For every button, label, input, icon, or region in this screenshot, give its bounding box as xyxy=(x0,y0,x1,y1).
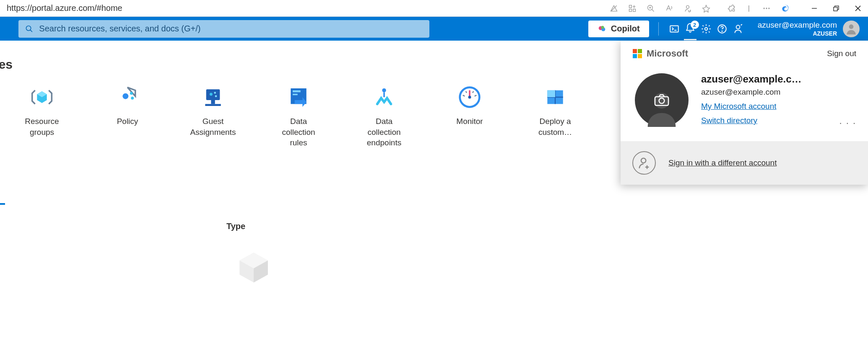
flyout-avatar[interactable] xyxy=(635,73,689,127)
sign-out-link[interactable]: Sign out xyxy=(827,49,856,58)
browser-chrome: https://portal.azure.com/#home | xyxy=(0,0,868,17)
window-controls xyxy=(811,5,861,12)
svg-line-5 xyxy=(652,9,654,11)
edge-copilot-icon[interactable] xyxy=(781,4,789,13)
service-monitor[interactable]: Monitor xyxy=(444,84,495,148)
svg-rect-3 xyxy=(633,9,636,11)
svg-rect-55 xyxy=(633,49,637,53)
svg-point-13 xyxy=(768,8,769,9)
svg-rect-51 xyxy=(547,90,555,97)
svg-point-33 xyxy=(130,92,133,95)
notifications-icon[interactable]: 2 xyxy=(684,17,696,40)
service-label: Data collection endpoints xyxy=(359,116,409,148)
search-input[interactable] xyxy=(39,24,423,34)
svg-rect-43 xyxy=(293,94,298,95)
data-collection-endpoints-icon xyxy=(371,84,397,110)
close-icon[interactable] xyxy=(855,5,861,12)
help-icon[interactable] xyxy=(716,17,728,40)
notification-badge: 2 xyxy=(691,21,699,29)
svg-point-9 xyxy=(686,5,689,8)
user-email-label: azuser@example.com xyxy=(758,20,837,30)
flyout-alt-signin-row[interactable]: Sign in with a different account xyxy=(621,141,868,185)
svg-point-61 xyxy=(659,98,665,103)
browser-toolbar-icons: | xyxy=(610,4,789,13)
service-data-collection-endpoints[interactable]: Data collection endpoints xyxy=(359,84,409,148)
microsoft-logo-icon xyxy=(632,49,642,59)
svg-point-34 xyxy=(131,97,134,100)
svg-rect-42 xyxy=(293,90,301,93)
global-search[interactable] xyxy=(18,20,429,38)
service-label: Guest Assignments xyxy=(188,116,238,137)
service-guest-assignments[interactable]: Guest Assignments xyxy=(188,84,238,148)
service-data-collection-rules[interactable]: Data collection rules xyxy=(273,84,324,148)
zoom-in-icon[interactable] xyxy=(647,4,655,13)
monitor-icon xyxy=(457,84,483,110)
service-label: Data collection rules xyxy=(273,116,324,148)
service-deploy-custom[interactable]: Deploy a custom… xyxy=(530,84,580,148)
copilot-label: Copilot xyxy=(611,24,640,34)
service-resource-groups[interactable]: Resource groups xyxy=(17,84,67,148)
favorite-star-icon[interactable] xyxy=(702,4,710,13)
svg-rect-15 xyxy=(834,7,837,11)
service-label: Monitor xyxy=(456,116,483,127)
azure-top-bar: Copilot 2 azuser@example.com AZUSER xyxy=(0,17,868,41)
address-bar[interactable]: https://portal.azure.com/#home xyxy=(7,3,603,13)
flyout-more-icon[interactable]: · · · xyxy=(839,118,856,129)
microsoft-brand: Microsoft xyxy=(632,48,688,59)
flyout-email-bold: azuser@example.c… xyxy=(701,73,839,85)
svg-point-44 xyxy=(382,88,386,92)
add-account-icon xyxy=(632,151,656,175)
user-text: azuser@example.com AZUSER xyxy=(758,20,837,37)
triangle-strike-icon[interactable] xyxy=(610,4,618,13)
guest-assignments-icon xyxy=(200,84,226,110)
svg-point-37 xyxy=(214,92,216,94)
svg-point-36 xyxy=(210,93,213,96)
resources-tabs: orite xyxy=(0,190,868,203)
switch-directory-link[interactable]: Switch directory xyxy=(701,116,856,125)
my-microsoft-account-link[interactable]: My Microsoft account xyxy=(701,102,856,111)
svg-line-0 xyxy=(611,5,616,11)
svg-point-11 xyxy=(764,8,765,9)
flyout-email: azuser@example.com xyxy=(701,88,856,97)
copilot-button[interactable]: Copilot xyxy=(588,21,649,37)
svg-point-22 xyxy=(601,26,604,28)
service-label: Policy xyxy=(117,116,138,127)
user-tenant-label: AZUSER xyxy=(758,30,837,38)
cloud-shell-icon[interactable] xyxy=(668,17,681,40)
profile-sync-icon[interactable] xyxy=(683,4,692,13)
read-aloud-icon[interactable] xyxy=(665,4,673,13)
copilot-logo-icon xyxy=(598,24,607,34)
svg-point-47 xyxy=(468,96,471,99)
resource-groups-icon xyxy=(29,84,55,110)
service-label: Deploy a custom… xyxy=(530,116,580,137)
policy-icon xyxy=(114,84,140,110)
svg-point-12 xyxy=(766,8,767,9)
svg-point-62 xyxy=(641,158,646,163)
svg-point-32 xyxy=(122,93,128,99)
svg-point-27 xyxy=(736,25,740,29)
apps-plus-icon[interactable] xyxy=(628,4,637,13)
empty-cube-icon xyxy=(235,248,868,287)
restore-icon[interactable] xyxy=(833,5,839,12)
alt-signin-link[interactable]: Sign in with a different account xyxy=(668,158,777,168)
service-policy[interactable]: Policy xyxy=(102,84,153,148)
svg-marker-10 xyxy=(703,5,710,12)
toolbar-separator: | xyxy=(748,5,750,12)
account-menu-button[interactable]: azuser@example.com AZUSER xyxy=(758,20,860,37)
flyout-header: Microsoft Sign out xyxy=(621,41,868,65)
flyout-body: azuser@example.c… azuser@example.com My … xyxy=(621,65,868,141)
extension-puzzle-icon[interactable] xyxy=(727,4,735,13)
svg-rect-57 xyxy=(633,54,637,58)
settings-gear-icon[interactable] xyxy=(700,17,712,40)
svg-rect-39 xyxy=(211,100,215,104)
minimize-icon[interactable] xyxy=(811,5,818,12)
more-dots-icon[interactable] xyxy=(762,4,771,13)
deploy-custom-icon xyxy=(542,84,568,110)
svg-rect-1 xyxy=(629,5,632,8)
svg-rect-23 xyxy=(670,26,678,32)
account-flyout: Microsoft Sign out azuser@example.c… azu… xyxy=(621,41,868,185)
feedback-icon[interactable] xyxy=(732,17,744,40)
search-icon xyxy=(25,25,33,33)
svg-point-28 xyxy=(849,24,854,29)
column-header-type: Type xyxy=(226,222,868,231)
